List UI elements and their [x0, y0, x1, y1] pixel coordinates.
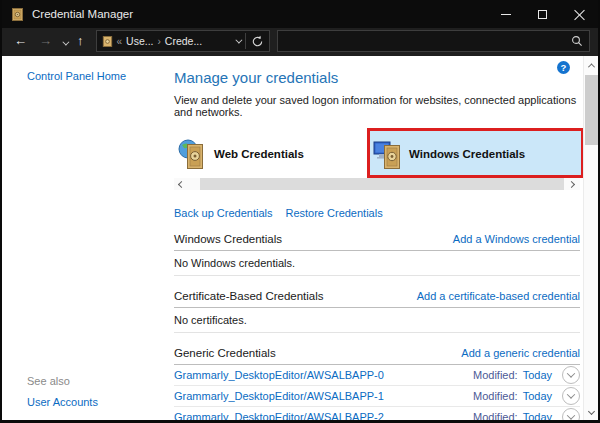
search-box[interactable]: [277, 30, 591, 52]
credential-row: Grammarly_DesktopEditor/AWSALBAPP-1 Modi…: [174, 386, 580, 407]
maximize-icon: [538, 10, 547, 19]
back-icon: ←: [14, 33, 27, 48]
section-header: Certificate-Based Credentials Add a cert…: [174, 290, 580, 308]
chevron-up-icon: [587, 63, 594, 70]
safe-icon-small: [102, 36, 113, 47]
safe-icon: [11, 8, 24, 21]
credential-meta: Modified: Today: [473, 408, 580, 420]
sidebar-item-user-accounts[interactable]: User Accounts: [27, 396, 170, 408]
chevron-down-icon: [567, 411, 575, 419]
credential-row: Grammarly_DesktopEditor/AWSALBAPP-0 Modi…: [174, 365, 580, 386]
breadcrumb-separator: ›: [158, 36, 161, 47]
credential-actions: Back up Credentials Restore Credentials: [174, 207, 580, 219]
section-certificate-credentials: Certificate-Based Credentials Add a cert…: [174, 290, 580, 333]
modified-label: Modified:: [473, 411, 518, 420]
chevron-down-icon: [62, 39, 69, 46]
modified-value: Today: [523, 369, 552, 381]
scroll-up-button[interactable]: [584, 58, 598, 72]
expand-credential-button[interactable]: [562, 408, 580, 420]
tab-windows-credentials-label: Windows Credentials: [409, 148, 525, 160]
credential-manager-window: Credential Manager ← → ↑ « Use... › Cred…: [0, 0, 600, 423]
section-generic-credentials: Generic Credentials Add a generic creden…: [174, 347, 580, 420]
restore-credentials-link[interactable]: Restore Credentials: [285, 207, 382, 219]
modified-label: Modified:: [473, 390, 518, 402]
horizontal-scrollbar[interactable]: [174, 178, 580, 190]
address-dropdown-icon[interactable]: [235, 36, 242, 43]
vertical-scrollbar[interactable]: [583, 56, 598, 420]
up-icon: ↑: [77, 33, 84, 48]
minimize-icon: [501, 14, 511, 15]
scroll-left-button[interactable]: [174, 178, 188, 190]
credential-row: Grammarly_DesktopEditor/AWSALBAPP-2 Modi…: [174, 407, 580, 420]
section-header: Generic Credentials Add a generic creden…: [174, 347, 580, 365]
credential-name-link[interactable]: Grammarly_DesktopEditor/AWSALBAPP-1: [174, 390, 384, 402]
breadcrumb-item-credentials[interactable]: Crede...: [165, 35, 202, 47]
chevron-right-icon: [567, 180, 574, 187]
section-title: Generic Credentials: [174, 347, 276, 359]
scroll-right-button[interactable]: [564, 178, 578, 190]
scroll-down-button[interactable]: [584, 404, 598, 418]
modified-label: Modified:: [473, 369, 518, 381]
window-title: Credential Manager: [32, 8, 487, 20]
section-windows-credentials: Windows Credentials Add a Windows creden…: [174, 233, 580, 276]
refresh-icon[interactable]: [251, 35, 264, 48]
credential-name-link[interactable]: Grammarly_DesktopEditor/AWSALBAPP-0: [174, 369, 384, 381]
close-icon: [574, 9, 585, 20]
maximize-button[interactable]: [524, 0, 561, 28]
add-generic-credential-link[interactable]: Add a generic credential: [461, 347, 580, 359]
sidebar: Control Panel Home See also User Account…: [2, 56, 170, 420]
empty-message: No certificates.: [174, 308, 580, 333]
section-header: Windows Credentials Add a Windows creden…: [174, 233, 580, 251]
chevron-down-icon: [587, 407, 594, 414]
tab-windows-credentials[interactable]: Windows Credentials: [369, 131, 582, 176]
recent-locations-button[interactable]: [58, 32, 71, 50]
page-title: Manage your credentials: [174, 69, 580, 86]
search-input[interactable]: [284, 35, 572, 47]
modified-value: Today: [523, 390, 552, 402]
address-divider: [245, 33, 246, 49]
titlebar: Credential Manager: [2, 0, 598, 28]
breadcrumb-overflow[interactable]: «: [117, 36, 123, 47]
chevron-down-icon: [567, 369, 575, 377]
expand-credential-button[interactable]: [562, 366, 580, 384]
add-certificate-credential-link[interactable]: Add a certificate-based credential: [417, 290, 580, 302]
address-bar[interactable]: « Use... › Crede...: [96, 30, 270, 52]
modified-value: Today: [523, 411, 552, 420]
tab-web-credentials[interactable]: Web Credentials: [174, 131, 364, 176]
breadcrumb-item-users[interactable]: Use...: [126, 35, 153, 47]
main-panel: ? Manage your credentials View and delet…: [170, 56, 583, 420]
chevron-down-icon: [567, 390, 575, 398]
add-windows-credential-link[interactable]: Add a Windows credential: [453, 233, 580, 245]
sidebar-item-control-panel-home[interactable]: Control Panel Home: [27, 70, 170, 82]
empty-message: No Windows credentials.: [174, 251, 580, 276]
expand-credential-button[interactable]: [562, 387, 580, 405]
backup-credentials-link[interactable]: Back up Credentials: [174, 207, 272, 219]
minimize-button[interactable]: [487, 0, 524, 28]
credential-meta: Modified: Today: [473, 366, 580, 384]
search-icon: [571, 35, 583, 47]
sidebar-footer: See also User Accounts: [27, 375, 170, 408]
vertical-scrollbar-thumb[interactable]: [585, 75, 598, 145]
see-also-label: See also: [27, 375, 170, 387]
credential-tabs: Web Credentials Windows Credentials: [174, 131, 580, 176]
close-button[interactable]: [561, 0, 598, 28]
section-title: Certificate-Based Credentials: [174, 290, 324, 302]
forward-button[interactable]: →: [33, 29, 58, 53]
forward-icon: →: [39, 33, 52, 48]
page-subtitle: View and delete your saved logon informa…: [174, 94, 580, 118]
tab-web-credentials-label: Web Credentials: [214, 148, 304, 160]
web-credentials-icon: [178, 138, 208, 170]
windows-credentials-icon: [373, 138, 403, 170]
credential-meta: Modified: Today: [473, 387, 580, 405]
credential-name-link[interactable]: Grammarly_DesktopEditor/AWSALBAPP-2: [174, 411, 384, 420]
navigation-bar: ← → ↑ « Use... › Crede...: [2, 28, 598, 56]
content-area: Control Panel Home See also User Account…: [2, 56, 598, 420]
up-button[interactable]: ↑: [71, 29, 90, 53]
section-title: Windows Credentials: [174, 233, 282, 245]
back-button[interactable]: ←: [8, 29, 33, 53]
horizontal-scrollbar-thumb[interactable]: [200, 178, 564, 190]
help-icon[interactable]: ?: [557, 61, 570, 74]
chevron-left-icon: [177, 180, 184, 187]
